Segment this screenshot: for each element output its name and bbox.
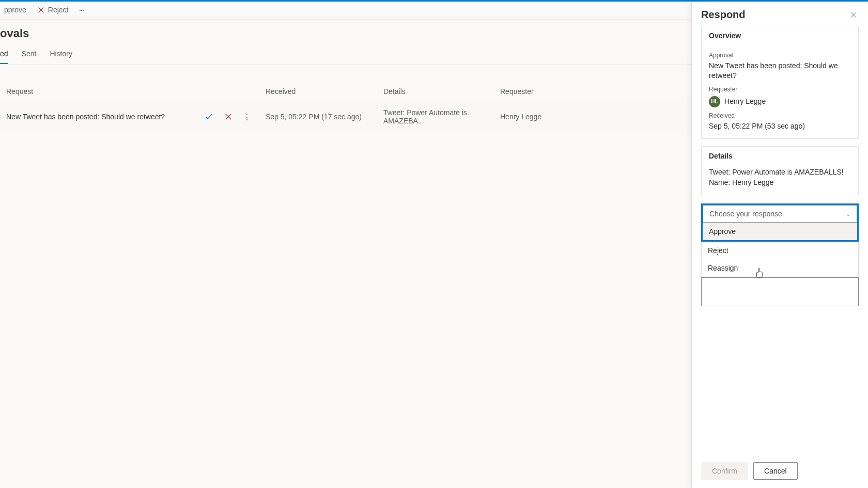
- overview-content: Approval New Tweet has been posted: Shou…: [702, 45, 858, 138]
- tab-received[interactable]: ed: [0, 45, 8, 64]
- row-details: Tweet: Power Automate is AMAZEBA...: [383, 108, 500, 125]
- reject-label: Reject: [48, 6, 69, 14]
- tab-sent[interactable]: Sent: [22, 45, 37, 64]
- requester-name: Henry Legge: [724, 97, 766, 107]
- requester-row: HL Henry Legge: [709, 96, 851, 107]
- dropdown-placeholder: Choose your response: [709, 210, 782, 218]
- chevron-down-icon: ⌄: [846, 211, 850, 217]
- avatar: HL: [709, 96, 720, 107]
- received-value: Sep 5, 05:22 PM (53 sec ago): [709, 121, 851, 132]
- more-vertical-icon[interactable]: ⋮: [243, 112, 251, 122]
- more-icon[interactable]: ···: [76, 5, 87, 15]
- details-card: Details Tweet: Power Automate is AMAZEBA…: [701, 146, 859, 195]
- panel-header: Respond: [692, 2, 868, 25]
- overview-card: Overview Approval New Tweet has been pos…: [701, 26, 859, 139]
- dropdown-option-approve[interactable]: Approve: [703, 223, 857, 240]
- respond-panel: Respond Overview Approval New Tweet has …: [691, 2, 868, 488]
- close-panel-button[interactable]: [848, 10, 859, 20]
- row-request-cell: New Tweet has been posted: Should we ret…: [0, 112, 266, 122]
- panel-body: Overview Approval New Tweet has been pos…: [692, 25, 868, 203]
- tab-history[interactable]: History: [50, 45, 72, 64]
- requester-label: Requester: [709, 85, 851, 94]
- reject-icon[interactable]: [223, 112, 234, 122]
- response-dropdown-highlight: Choose your response ⌄ Approve: [701, 203, 859, 242]
- comment-textarea[interactable]: [701, 277, 859, 306]
- approve-label: pprove: [4, 6, 26, 14]
- reject-button[interactable]: Reject: [34, 4, 73, 16]
- panel-footer: Confirm Cancel: [692, 454, 868, 488]
- dropdown-option-reject[interactable]: Reject: [702, 242, 858, 259]
- column-request: Request: [0, 87, 266, 96]
- details-line1: Tweet: Power Automate is AMAZEBALLS!: [709, 167, 851, 178]
- overview-header: Overview: [702, 26, 858, 45]
- dropdown-option-reassign[interactable]: Reassign: [702, 259, 858, 277]
- approval-label: Approval: [709, 51, 851, 60]
- approve-button[interactable]: pprove: [0, 4, 30, 16]
- panel-title: Respond: [701, 9, 746, 21]
- details-line2: Name: Henry Legge: [709, 178, 851, 188]
- received-label: Received: [709, 112, 851, 120]
- column-received: Received: [266, 87, 383, 96]
- row-title: New Tweet has been posted: Should we ret…: [6, 113, 165, 121]
- cancel-button[interactable]: Cancel: [753, 462, 798, 480]
- confirm-button[interactable]: Confirm: [701, 462, 748, 480]
- response-dropdown[interactable]: Choose your response ⌄: [703, 205, 857, 223]
- details-header: Details: [702, 147, 858, 165]
- column-details: Details: [383, 87, 500, 96]
- details-content: Tweet: Power Automate is AMAZEBALLS! Nam…: [702, 165, 858, 195]
- dropdown-remaining: Reject Reassign: [701, 242, 859, 277]
- row-received: Sep 5, 05:22 PM (17 sec ago): [266, 113, 383, 121]
- approval-value: New Tweet has been posted: Should we ret…: [709, 61, 851, 81]
- close-icon: [38, 6, 45, 13]
- approve-icon[interactable]: [204, 112, 214, 122]
- row-actions: ⋮: [204, 112, 266, 122]
